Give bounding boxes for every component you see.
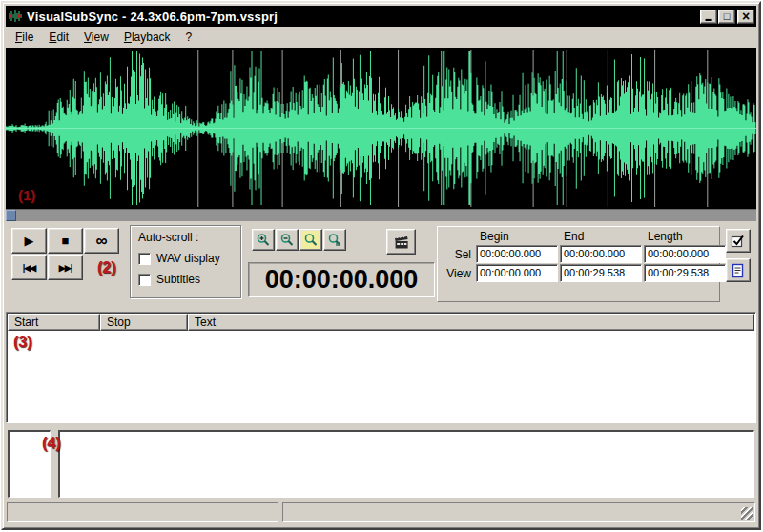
annotation-2: (2) (97, 259, 116, 276)
wav-display-checkbox[interactable] (138, 253, 151, 265)
loop-button[interactable]: ∞ (84, 228, 119, 254)
zoom-toolbar (252, 229, 346, 251)
sel-begin-field[interactable]: 00:00:00.000 (476, 245, 558, 263)
menu-file[interactable]: File (8, 28, 41, 47)
app-waveform-icon (8, 9, 23, 24)
control-panel: ▶ ■ ∞ |◀◀ ▶▶| (2) Auto-scroll : WAV disp… (6, 221, 756, 310)
status-bar (6, 502, 756, 522)
subtitle-list-body[interactable]: (3) (7, 331, 755, 422)
checkmark-icon (731, 234, 746, 249)
waveform-display[interactable]: (1) (6, 48, 756, 209)
stop-button[interactable]: ■ (48, 228, 83, 254)
annotation-4: (4) (42, 435, 61, 452)
view-length-field[interactable]: 00:00:29.538 (644, 264, 726, 282)
wav-display-label: WAV display (156, 252, 220, 265)
view-row-label: View (440, 267, 474, 280)
stop-column-header[interactable]: Stop (100, 314, 188, 331)
spacer-cell (440, 229, 474, 244)
status-panel-right (282, 502, 755, 522)
waveform-scrollbar[interactable] (6, 209, 756, 221)
maximize-button[interactable]: □ (718, 10, 735, 24)
close-button[interactable]: × (737, 10, 754, 24)
menu-help[interactable]: ? (178, 28, 200, 47)
text-column-header[interactable]: Text (188, 314, 754, 331)
resize-grip[interactable] (741, 507, 753, 520)
selection-view-panel: Begin End Length Sel 00:00:00.000 00:00:… (437, 226, 720, 302)
subtitle-list[interactable]: Start Stop Text (3) (6, 312, 756, 423)
subtitles-option[interactable]: Subtitles (138, 273, 240, 286)
zoom-selection-button[interactable] (323, 229, 346, 251)
scene-change-button[interactable] (386, 229, 416, 255)
end-header: End (560, 229, 642, 244)
skip-back-icon: |◀◀ (23, 263, 35, 273)
skip-forward-button[interactable]: ▶▶| (48, 255, 83, 280)
view-end-field[interactable]: 00:00:29.538 (560, 264, 642, 282)
clapperboard-icon (393, 235, 410, 250)
annotation-1: (1) (18, 187, 35, 203)
app-window: VisualSubSync - 24.3x06.6pm-7pm.vssprj ▬… (1, 1, 761, 530)
status-panel-left (7, 502, 278, 522)
zoom-selection-icon (327, 233, 342, 248)
loop-icon: ∞ (95, 232, 107, 251)
zoom-all-button[interactable] (299, 229, 322, 251)
current-time-display: 00:00:00.000 (248, 262, 435, 297)
skip-back-button[interactable]: |◀◀ (11, 255, 47, 280)
wav-display-option[interactable]: WAV display (138, 252, 240, 265)
play-button[interactable]: ▶ (11, 228, 47, 254)
subtitle-text-editor[interactable] (58, 430, 754, 498)
waveform-scrollbar-thumb[interactable] (6, 210, 16, 221)
autoscroll-groupbox: Auto-scroll : WAV display Subtitles (130, 225, 241, 298)
subtitle-list-header: Start Stop Text (8, 314, 754, 331)
begin-header: Begin (476, 229, 558, 244)
subtitles-label: Subtitles (156, 273, 200, 286)
subtitles-checkbox[interactable] (138, 274, 151, 286)
stop-icon: ■ (62, 234, 70, 248)
menu-view[interactable]: View (76, 28, 116, 47)
play-icon: ▶ (25, 234, 34, 248)
side-buttons (726, 229, 751, 282)
title-bar[interactable]: VisualSubSync - 24.3x06.6pm-7pm.vssprj ▬… (6, 6, 756, 27)
start-column-header[interactable]: Start (8, 314, 100, 331)
view-begin-field[interactable]: 00:00:00.000 (476, 264, 558, 282)
length-header: Length (644, 229, 726, 244)
menu-playback[interactable]: Playback (116, 28, 178, 47)
sel-row-label: Sel (440, 248, 474, 261)
document-icon (731, 263, 746, 278)
skip-forward-icon: ▶▶| (59, 263, 72, 273)
waveform-graphic (6, 48, 756, 209)
annotation-3: (3) (13, 334, 32, 351)
text-pipe-button[interactable] (726, 258, 751, 282)
zoom-in-icon (256, 233, 271, 248)
zoom-out-icon (279, 233, 295, 248)
check-errors-button[interactable] (726, 229, 751, 253)
zoom-all-icon (303, 233, 319, 248)
subtitle-edit-zone: (4) (6, 430, 756, 498)
window-title: VisualSubSync - 24.3x06.6pm-7pm.vssprj (27, 10, 699, 24)
current-time-value: 00:00:00.000 (265, 265, 419, 295)
sel-end-field[interactable]: 00:00:00.000 (560, 245, 642, 263)
zoom-out-button[interactable] (276, 229, 299, 251)
minimize-button[interactable]: ▬ (700, 10, 717, 24)
zoom-in-button[interactable] (252, 229, 275, 251)
sel-length-field[interactable]: 00:00:00.000 (644, 245, 726, 263)
autoscroll-label: Auto-scroll : (138, 231, 240, 244)
menu-bar: File Edit View Playback ? (6, 27, 756, 48)
menu-edit[interactable]: Edit (41, 28, 76, 47)
